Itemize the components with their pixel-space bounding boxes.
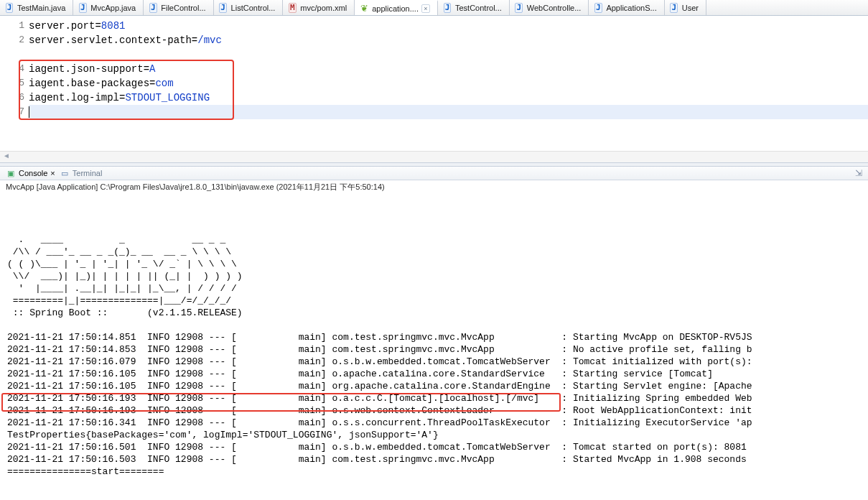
editor-tab[interactable]: Mmvc/pom.xml [283,0,355,15]
code-line[interactable]: iagent.json-support=A [29,62,868,76]
editor-tab-label: FileControl... [161,4,205,12]
java-file-icon: J [219,3,227,13]
editor-tab[interactable]: JMvcApp.java [73,0,144,15]
editor-tab-label: TestControl... [455,4,502,12]
editor-tab[interactable]: JApplicationS... [589,0,664,15]
editor-tab-label: WebControlle... [527,4,582,12]
editor-tab-label: application.... [372,4,419,13]
console-run-info: MvcApp [Java Application] C:\Program Fil… [0,180,868,194]
console-tabbar: ▣ Console × ▭ Terminal ⇲ [0,167,868,180]
editor-tab-label: MvcApp.java [90,4,136,12]
code-area[interactable]: server.port=8081server.servlet.context-p… [29,16,868,151]
tab-console[interactable]: ▣ Console × [6,168,55,178]
code-line[interactable]: server.port=8081 [29,19,868,33]
close-icon[interactable]: × [50,169,55,177]
console-icon: ▣ [6,168,16,178]
editor-tab[interactable]: ❦application....× [355,0,438,15]
console-actions[interactable]: ⇲ [855,168,862,178]
code-line[interactable]: server.servlet.context-path=/mvc [29,33,868,47]
editor-tab-label: User [682,4,699,12]
tab-terminal[interactable]: ▭ Terminal [60,168,103,178]
code-line[interactable]: iagent.base-packages=com [29,76,868,91]
editor-tab[interactable]: JFileControl... [144,0,213,15]
java-file-icon: J [6,3,14,13]
editor-tabbar: JTestMain.javaJMvcApp.javaJFileControl..… [0,0,868,16]
editor-tab[interactable]: JTestMain.java [0,0,73,15]
editor-tab-label: mvc/pom.xml [300,4,347,12]
tab-terminal-label: Terminal [73,169,103,177]
editor-hscroll[interactable] [0,151,868,162]
line-gutter: 124567 [0,16,29,151]
code-line[interactable] [29,105,868,119]
editor-tab[interactable]: JUser [665,0,706,15]
java-file-icon: J [515,3,523,13]
editor-tab-label: ApplicationS... [606,4,656,12]
editor-tab[interactable]: JWebControlle... [510,0,589,15]
java-file-icon: J [670,3,678,13]
editor-tab-label: TestMain.java [17,4,65,12]
maven-file-icon: M [289,3,297,13]
tab-console-label: Console [19,169,47,177]
close-icon[interactable]: × [421,4,430,13]
editor-tab[interactable]: JListControl... [214,0,284,15]
java-file-icon: J [444,3,452,13]
properties-file-icon: ❦ [360,3,368,14]
editor-tab[interactable]: JTestControl... [438,0,510,15]
terminal-icon: ▭ [60,168,70,178]
code-line[interactable] [29,47,868,62]
code-line[interactable]: iagent.log-impl=STDOUT_LOGGING [29,91,868,105]
java-file-icon: J [594,3,602,13]
editor-area[interactable]: 124567 server.port=8081server.servlet.co… [0,16,868,151]
console-output[interactable]: . ____ _ __ _ _ /\\ / ___'_ __ _ _(_)_ _… [0,194,868,500]
java-file-icon: J [79,3,87,13]
editor-tab-label: ListControl... [231,4,276,12]
java-file-icon: J [149,3,157,13]
